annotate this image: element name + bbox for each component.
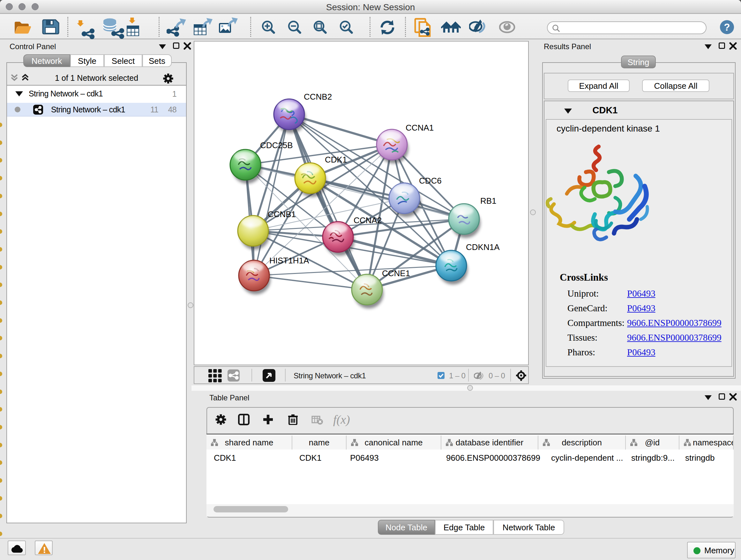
svg-text:HIST1H1A: HIST1H1A	[269, 256, 309, 265]
svg-text:RB1: RB1	[480, 196, 496, 206]
svg-text:CDKN1A: CDKN1A	[466, 242, 500, 252]
svg-text:CCNB1: CCNB1	[268, 209, 296, 219]
svg-text:CDC25B: CDC25B	[260, 140, 293, 150]
svg-text:CCNE1: CCNE1	[382, 268, 410, 278]
svg-text:CDC6: CDC6	[419, 176, 442, 186]
svg-text:?: ?	[724, 22, 730, 33]
svg-text:CCNB2: CCNB2	[304, 92, 332, 102]
svg-text:CCNA2: CCNA2	[354, 215, 382, 225]
svg-text:CCNA1: CCNA1	[406, 123, 434, 132]
svg-text:CDK1: CDK1	[325, 155, 347, 165]
